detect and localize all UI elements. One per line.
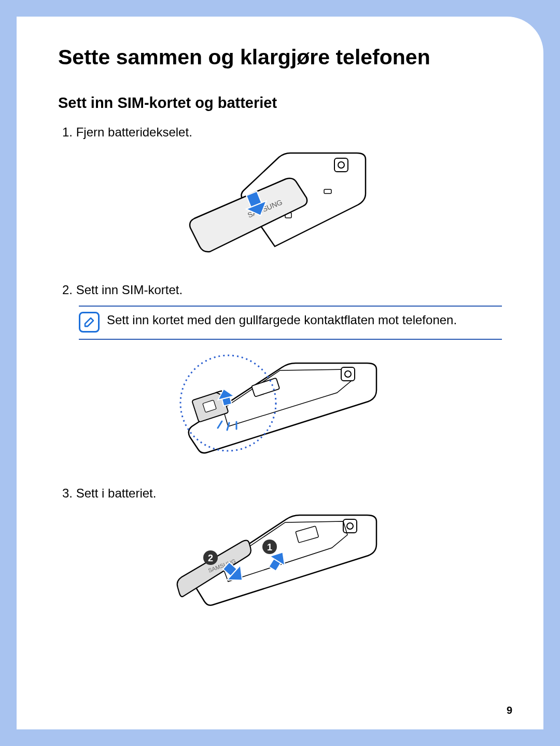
note-text: Sett inn kortet med den gullfargede kont… bbox=[107, 312, 457, 333]
note-callout: Sett inn kortet med den gullfargede kont… bbox=[79, 306, 502, 340]
step-3: 3. Sett i batteriet. bbox=[62, 486, 502, 501]
svg-rect-0 bbox=[334, 158, 348, 172]
svg-rect-16 bbox=[343, 519, 357, 533]
step-number: 3. bbox=[62, 486, 73, 500]
note-icon bbox=[79, 312, 100, 333]
svg-text:2: 2 bbox=[208, 553, 213, 563]
callout-2-icon: 2 bbox=[203, 550, 218, 565]
step-2: 2. Sett inn SIM-kortet. bbox=[62, 283, 502, 297]
callout-1-icon: 1 bbox=[262, 540, 277, 554]
step-text: Sett inn SIM-kortet. bbox=[76, 283, 183, 297]
step-1: 1. Fjern batteridekselet. bbox=[62, 125, 502, 140]
step-text: Sett i batteriet. bbox=[76, 486, 157, 500]
step-number: 1. bbox=[62, 125, 73, 139]
section-heading: Sett inn SIM-kortet og batteriet bbox=[58, 94, 502, 112]
illustration-insert-battery: SAMSUNG 1 2 bbox=[58, 509, 502, 628]
illustration-remove-cover: SAMSUNG bbox=[58, 148, 502, 267]
manual-page: Sette sammen og klargjøre telefonen Sett… bbox=[17, 17, 543, 729]
illustration-insert-sim bbox=[58, 351, 502, 471]
page-number: 9 bbox=[507, 704, 512, 716]
step-number: 2. bbox=[62, 283, 73, 297]
svg-rect-6 bbox=[341, 367, 355, 381]
step-text: Fjern batteridekselet. bbox=[76, 125, 192, 139]
page-title: Sette sammen og klargjøre telefonen bbox=[58, 45, 502, 70]
svg-text:1: 1 bbox=[267, 542, 272, 552]
